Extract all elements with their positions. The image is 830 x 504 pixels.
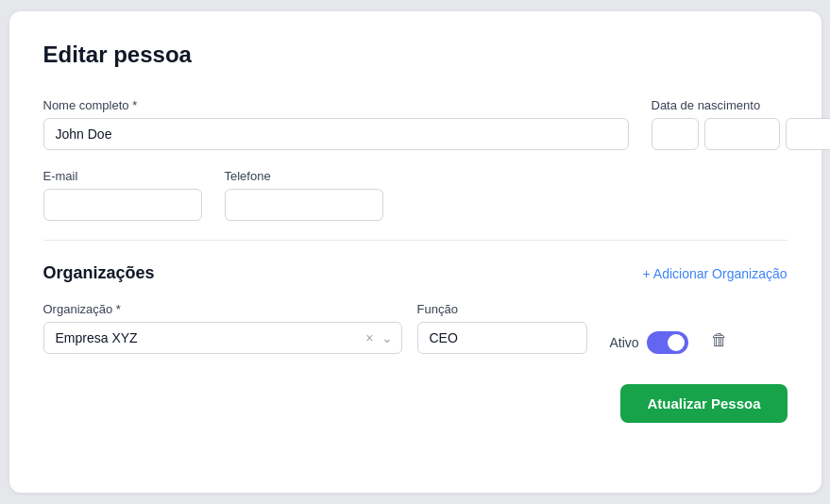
update-person-button[interactable]: Atualizar Pessoa	[620, 384, 787, 423]
birth-month-input[interactable]	[704, 118, 780, 150]
birth-day-input[interactable]	[652, 118, 699, 150]
funcao-label: Função	[417, 302, 587, 316]
date-inputs-group	[652, 118, 831, 150]
form-footer: Atualizar Pessoa	[43, 384, 788, 423]
edit-person-card: Editar pessoa Nome completo * Data de na…	[9, 11, 822, 493]
email-label: E-mail	[43, 169, 202, 183]
organizations-title: Organizações	[43, 263, 155, 283]
ativo-label: Ativo	[610, 335, 639, 350]
org-select-icons: × ⌄	[364, 328, 394, 347]
organizations-header: Organizações + Adicionar Organização	[43, 263, 788, 283]
top-form-row: Nome completo * Data de nascimento	[43, 98, 788, 150]
page-title: Editar pessoa	[43, 42, 788, 68]
full-name-field-group: Nome completo *	[43, 98, 629, 150]
email-field-group: E-mail	[43, 169, 202, 221]
birth-date-label: Data de nascimento	[652, 98, 831, 112]
org-dropdown-button[interactable]: ⌄	[380, 328, 395, 347]
birth-year-input[interactable]	[786, 118, 831, 150]
org-field-group: Organização * × ⌄	[43, 302, 402, 354]
org-clear-button[interactable]: ×	[364, 328, 375, 347]
phone-label: Telefone	[225, 169, 383, 183]
email-input[interactable]	[43, 189, 202, 221]
ativo-group: Ativo	[610, 331, 688, 354]
birth-date-field-group: Data de nascimento	[652, 98, 831, 150]
trash-icon: 🗑	[711, 330, 728, 350]
full-name-input[interactable]	[43, 118, 629, 150]
add-organization-button[interactable]: + Adicionar Organização	[643, 266, 788, 281]
org-select-wrapper: × ⌄	[43, 322, 402, 354]
toggle-slider	[647, 331, 688, 354]
email-phone-row: E-mail Telefone	[43, 169, 788, 221]
ativo-toggle[interactable]	[647, 331, 688, 354]
phone-field-group: Telefone	[225, 169, 383, 221]
org-fields-row: Organização * × ⌄ Função Ativo	[43, 302, 788, 354]
full-name-label: Nome completo *	[43, 98, 629, 112]
funcao-input[interactable]	[417, 322, 587, 354]
phone-input[interactable]	[225, 189, 383, 221]
section-divider	[43, 240, 788, 241]
funcao-field-group: Função	[417, 302, 587, 354]
org-select-input[interactable]	[43, 322, 402, 354]
org-label: Organização *	[43, 302, 402, 316]
delete-org-button[interactable]: 🗑	[707, 327, 732, 354]
chevron-down-icon: ⌄	[381, 330, 393, 345]
